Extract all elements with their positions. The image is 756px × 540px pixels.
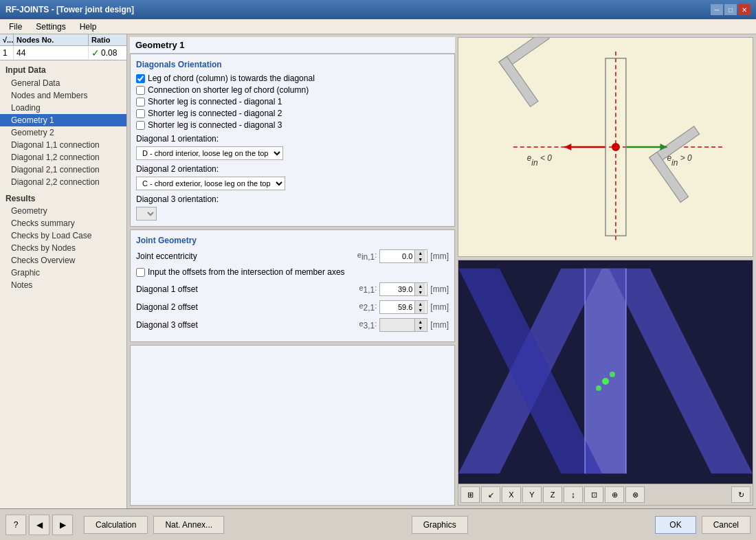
svg-point-7: [612, 143, 620, 151]
diag2-down[interactable]: ▼: [414, 307, 425, 313]
header-nodes: Nodes No.: [14, 34, 89, 45]
diag3-down[interactable]: ▼: [414, 325, 425, 331]
diag1-down[interactable]: ▼: [414, 289, 425, 295]
cb3-input[interactable]: [136, 98, 145, 106]
cb1-input[interactable]: [136, 74, 145, 83]
sidebar-item-geometry[interactable]: Geometry: [0, 205, 126, 217]
diag3-select[interactable]: [136, 207, 157, 221]
sidebar-item-notes[interactable]: Notes: [0, 279, 126, 291]
diag2-spinner: ▲ ▼: [414, 301, 425, 313]
toolbar-btn-minus[interactable]: ⊗: [625, 486, 645, 503]
diag1-offset-wrap: ▲ ▼: [379, 282, 427, 296]
eccentricity-label: Joint eccentricity: [136, 251, 338, 261]
maximize-button[interactable]: □: [724, 4, 737, 15]
checkbox-row-4: Shorter leg is connected - diagonal 2: [136, 109, 449, 118]
diag2-offset-label: Diagonal 2 offset: [136, 302, 338, 312]
offset-cb[interactable]: [136, 268, 145, 277]
diag3-orientation-label: Diagonal 3 orientation:: [136, 194, 219, 204]
offset-label: Input the offsets from the intersection …: [148, 267, 345, 277]
content-area: Geometry 1 Diagonals Orientation Leg of …: [127, 34, 756, 508]
menu-settings[interactable]: Settings: [30, 20, 71, 34]
eccentricity-input[interactable]: [380, 251, 414, 261]
toolbar-btn-2[interactable]: ↙: [481, 486, 500, 503]
checkbox-row-3: Shorter leg is connected - diagonal 1: [136, 97, 449, 106]
prev-btn[interactable]: ◀: [29, 515, 49, 535]
diag1-up[interactable]: ▲: [414, 283, 425, 289]
diag2-offset-input[interactable]: [380, 302, 414, 312]
close-button[interactable]: ✕: [738, 4, 751, 15]
toolbar-btn-frame[interactable]: ⊡: [584, 486, 603, 503]
ok-button[interactable]: OK: [655, 516, 696, 534]
cb5-input[interactable]: [136, 121, 145, 130]
sidebar-item-checks-nodes[interactable]: Checks by Nodes: [0, 242, 126, 254]
sidebar-item-checks-summary[interactable]: Checks summary: [0, 217, 126, 229]
sidebar-item-geometry2[interactable]: Geometry 2: [0, 126, 126, 139]
toolbar-btn-iso[interactable]: ↨: [564, 486, 583, 503]
sidebar-item-diag11[interactable]: Diagonal 1,1 connection: [0, 139, 126, 151]
diag1-row: Diagonal 1 orientation:: [136, 134, 449, 144]
toolbar-btn-plus[interactable]: ⊕: [605, 486, 624, 503]
diag3-up[interactable]: ▲: [414, 319, 425, 325]
svg-point-23: [610, 372, 615, 377]
3d-view-svg: [458, 260, 753, 482]
sidebar-item-loading[interactable]: Loading: [0, 102, 126, 114]
nat-annex-button[interactable]: Nat. Annex...: [153, 516, 224, 534]
diag1-offset-label: Diagonal 1 offset: [136, 284, 338, 294]
sidebar-item-diag22[interactable]: Diagonal 2,2 connection: [0, 176, 126, 188]
diag2-offset-sublabel: e2,1:: [338, 302, 379, 313]
cb2-input[interactable]: [136, 86, 145, 95]
toolbar-btn-z[interactable]: Z: [543, 486, 562, 503]
cb3-label: Shorter leg is connected - diagonal 1: [148, 97, 282, 106]
diagonals-content: Diagonals Orientation Leg of chord (colu…: [131, 54, 454, 226]
eccentricity-up[interactable]: ▲: [414, 250, 425, 256]
menu-file[interactable]: File: [3, 20, 28, 34]
eccentricity-unit: [mm]: [430, 251, 449, 261]
sidebar-item-geometry1[interactable]: Geometry 1: [0, 114, 126, 126]
sidebar-item-diag12[interactable]: Diagonal 1,2 connection: [0, 151, 126, 164]
minimize-button[interactable]: ─: [711, 4, 723, 15]
ratio-value: 0.08: [101, 48, 117, 58]
diag2-select[interactable]: C - chord exterior, loose leg on the top: [136, 177, 285, 190]
top-diagram-svg: ein < 0 ein > 0: [458, 38, 753, 256]
diag3-row: Diagonal 3 orientation:: [136, 194, 449, 204]
toolbar-btn-x[interactable]: X: [502, 486, 521, 503]
diag1-unit: [mm]: [430, 284, 449, 294]
page-title: Geometry 1: [130, 37, 455, 54]
diag1-offset-sublabel: e1,1:: [338, 284, 379, 295]
diag1-offset-row: Diagonal 1 offset e1,1: ▲ ▼ [mm]: [136, 282, 449, 296]
input-data-label: Input Data: [0, 63, 126, 77]
table-row[interactable]: 1 44 ✓ 0.08: [0, 46, 126, 60]
joint-content: Joint Geometry Joint eccentricity ein,1:…: [131, 230, 454, 341]
cancel-button[interactable]: Cancel: [702, 516, 751, 534]
toolbar-btn-y[interactable]: Y: [522, 486, 542, 503]
eccentricity-down[interactable]: ▼: [414, 256, 425, 262]
results-label: Results: [0, 191, 126, 205]
left-panel: √... Nodes No. Ratio 1 44 ✓ 0.08 Input D…: [0, 34, 127, 508]
diag1-offset-input[interactable]: [380, 284, 414, 294]
help-icon-btn[interactable]: ?: [5, 515, 26, 535]
sidebar-item-diag21[interactable]: Diagonal 2,1 connection: [0, 164, 126, 176]
diag2-up[interactable]: ▲: [414, 301, 425, 307]
graphics-button[interactable]: Graphics: [412, 516, 468, 534]
diag2-row: Diagonal 2 orientation:: [136, 164, 449, 174]
sidebar-item-checks-overview[interactable]: Checks Overview: [0, 254, 126, 267]
view-toolbar: ⊞ ↙ X Y Z ↨ ⊡ ⊕ ⊗ ↻: [458, 484, 753, 505]
diag3-offset-input[interactable]: [380, 320, 414, 330]
sidebar-item-checks-load[interactable]: Checks by Load Case: [0, 229, 126, 242]
sidebar-item-general-data[interactable]: General Data: [0, 77, 126, 89]
toolbar-btn-render[interactable]: ↻: [731, 486, 751, 503]
joint-title: Joint Geometry: [136, 236, 449, 245]
calculation-button[interactable]: Calculation: [84, 516, 148, 534]
svg-point-24: [596, 385, 601, 391]
diag2-offset-row: Diagonal 2 offset e2,1: ▲ ▼ [mm]: [136, 300, 449, 314]
cb5-label: Shorter leg is connected - diagonal 3: [148, 120, 282, 130]
row-ratio: ✓ 0.08: [89, 46, 126, 60]
cb4-input[interactable]: [136, 109, 145, 118]
next-btn[interactable]: ▶: [52, 515, 73, 535]
eccentricity-spinner: ▲ ▼: [414, 250, 425, 262]
menu-help[interactable]: Help: [74, 20, 103, 34]
diag1-select[interactable]: D - chord interior, loose leg on the top: [136, 146, 283, 160]
toolbar-btn-1[interactable]: ⊞: [460, 486, 480, 503]
sidebar-item-graphic[interactable]: Graphic: [0, 267, 126, 279]
sidebar-item-nodes-members[interactable]: Nodes and Members: [0, 89, 126, 102]
